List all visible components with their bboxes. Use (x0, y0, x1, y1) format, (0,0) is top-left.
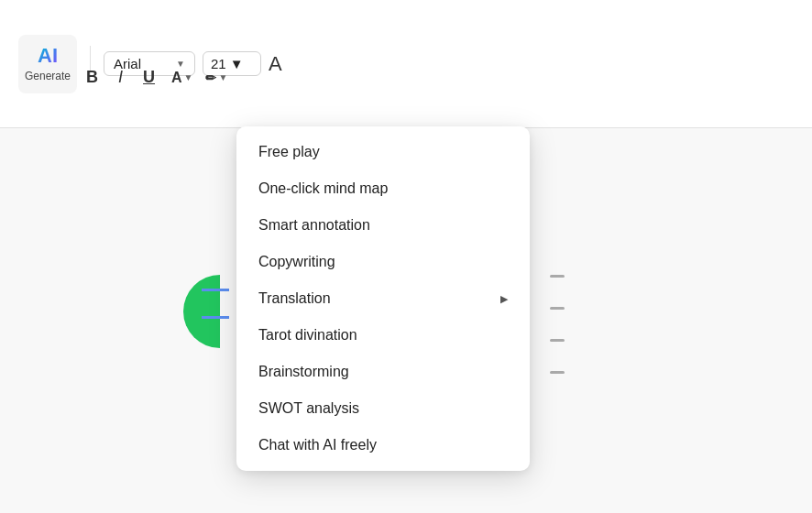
scroll-tick (550, 307, 565, 310)
underline-button[interactable]: U (139, 66, 159, 89)
menu-item[interactable]: Tarot divination (236, 317, 530, 354)
scroll-tick (550, 275, 565, 278)
chevron-down-icon: ▼ (184, 72, 193, 82)
decorative-line (202, 289, 229, 291)
menu-item[interactable]: SWOT analysis (236, 390, 530, 427)
menu-item[interactable]: Copywriting (236, 244, 530, 280)
menu-item[interactable]: Translation▶ (236, 280, 530, 317)
font-color-label: A (171, 70, 182, 86)
toolbar: AI Generate Arial ▼ 21 ▼ A (0, 0, 812, 128)
menu-item[interactable]: One-click mind map (236, 170, 530, 207)
menu-item[interactable]: Brainstorming (236, 354, 530, 390)
chevron-right-icon: ▶ (500, 293, 508, 305)
menu-item-label: Smart annotation (258, 217, 370, 234)
menu-item-label: Copywriting (258, 254, 335, 270)
large-a-button[interactable]: A (269, 52, 282, 76)
generate-label: Generate (25, 70, 71, 82)
menu-item-label: Tarot divination (258, 327, 357, 344)
font-color-button[interactable]: A ▼ (171, 70, 192, 86)
highlight-button[interactable]: ✏ ▼ (205, 71, 227, 85)
ai-menu-dropdown: Free playOne-click mind mapSmart annotat… (236, 126, 530, 471)
menu-item-label: Chat with AI freely (258, 437, 377, 453)
chevron-down-icon: ▼ (218, 72, 227, 82)
menu-item-label: SWOT analysis (258, 400, 359, 417)
italic-button[interactable]: I (115, 66, 126, 89)
scrollbar (550, 275, 565, 374)
menu-item-label: One-click mind map (258, 180, 388, 197)
ai-icon: AI (38, 46, 58, 66)
menu-item-label: Brainstorming (258, 364, 349, 380)
bold-button[interactable]: B (82, 66, 102, 89)
menu-item[interactable]: Free play (236, 134, 530, 170)
format-toolbar: B I U A ▼ ✏ ▼ (82, 66, 227, 89)
scroll-tick (550, 371, 565, 374)
highlight-icon: ✏ (205, 71, 216, 85)
decorative-line (202, 316, 229, 319)
menu-item[interactable]: Smart annotation (236, 207, 530, 244)
chevron-down-icon: ▼ (230, 56, 244, 71)
menu-item[interactable]: Chat with AI freely (236, 427, 530, 464)
generate-button[interactable]: AI Generate (18, 35, 77, 93)
menu-item-label: Free play (258, 144, 320, 160)
menu-item-label: Translation (258, 290, 331, 307)
scroll-tick (550, 339, 565, 342)
